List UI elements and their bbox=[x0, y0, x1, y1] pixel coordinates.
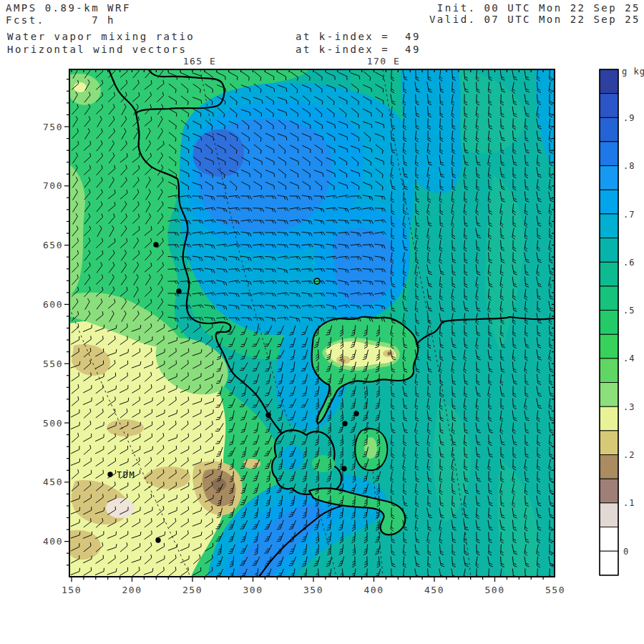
y-tick-label: 500 bbox=[43, 418, 63, 429]
y-tick-label: 700 bbox=[43, 180, 63, 191]
colorbar-tick-label: .3 bbox=[623, 402, 635, 412]
colorbar-tick-label: .4 bbox=[623, 353, 635, 364]
y-tick-label: 400 bbox=[43, 536, 63, 547]
colorbar-cell bbox=[600, 166, 618, 190]
colorbar-tick-label: .8 bbox=[623, 161, 635, 171]
station-dot bbox=[342, 421, 347, 426]
station-dot bbox=[176, 288, 181, 293]
colorbar-cell bbox=[600, 406, 618, 431]
x-tick-label: 250 bbox=[182, 585, 203, 595]
x-tick-label: 450 bbox=[424, 585, 444, 595]
colorbar-cell bbox=[600, 479, 618, 503]
colorbar-tick-label: .5 bbox=[623, 306, 635, 316]
x-tick-label: 500 bbox=[485, 585, 505, 595]
colorbar-cell bbox=[600, 286, 618, 311]
longitude-label: 170 E bbox=[367, 56, 401, 67]
station-dot bbox=[107, 472, 112, 477]
x-tick-label: 350 bbox=[303, 585, 323, 595]
colorbar-cell bbox=[600, 117, 618, 142]
colorbar-cell bbox=[600, 190, 618, 214]
colorbar-tick-label: .2 bbox=[623, 450, 635, 460]
station-dot bbox=[353, 411, 358, 416]
colorbar-cell bbox=[600, 69, 618, 94]
x-tick-label: 200 bbox=[122, 585, 142, 595]
colorbar-unit-label: g kg-1 bbox=[622, 65, 644, 77]
colorbar-tick-label: .9 bbox=[623, 113, 635, 123]
x-tick-label: 150 bbox=[62, 585, 82, 595]
y-tick-label: 750 bbox=[43, 122, 63, 132]
colorbar-cell bbox=[600, 334, 618, 358]
colorbar-tick-label: .7 bbox=[623, 210, 635, 220]
y-tick-label: 450 bbox=[43, 477, 63, 487]
colorbar-tick-label: 0 bbox=[623, 547, 629, 557]
x-tick-label: 400 bbox=[364, 585, 384, 595]
moisture-field bbox=[69, 69, 555, 577]
station-dot bbox=[341, 466, 346, 471]
colorbar-tick-label: .1 bbox=[623, 498, 635, 508]
colorbar-cell bbox=[600, 503, 618, 527]
y-tick-label: 650 bbox=[43, 240, 63, 250]
station-dot bbox=[155, 537, 160, 542]
colorbar-cell bbox=[600, 262, 618, 286]
colorbar-cell bbox=[600, 358, 618, 383]
colorbar-cell bbox=[600, 455, 618, 479]
y-tick-label: 550 bbox=[43, 358, 63, 369]
colorbar-cell bbox=[600, 94, 618, 118]
station-dot bbox=[153, 242, 158, 247]
station-label: TDM bbox=[117, 470, 135, 480]
longitude-label: 165 E bbox=[183, 56, 217, 67]
colorbar-cell bbox=[600, 431, 618, 455]
colorbar-tick-label: .6 bbox=[623, 258, 635, 268]
colorbar-cell bbox=[600, 238, 618, 263]
colorbar: .9.8.7.6.5.4.3.2.10 bbox=[600, 69, 635, 575]
colorbar-cell bbox=[600, 383, 618, 407]
weather-plot-page: AMPS 0.89-km WRF Fcst. 7 h Water vapor m… bbox=[0, 0, 644, 644]
colorbar-cell bbox=[600, 311, 618, 335]
x-tick-label: 550 bbox=[545, 585, 565, 595]
map-plot: TDM 150200250300350400450500550750700650… bbox=[0, 0, 644, 644]
y-tick-label: 600 bbox=[43, 299, 63, 310]
colorbar-cell bbox=[600, 551, 618, 575]
station-dot bbox=[265, 412, 270, 417]
colorbar-cell bbox=[600, 214, 618, 238]
colorbar-cell bbox=[600, 142, 618, 166]
x-tick-label: 300 bbox=[243, 585, 263, 595]
colorbar-cell bbox=[600, 527, 618, 552]
